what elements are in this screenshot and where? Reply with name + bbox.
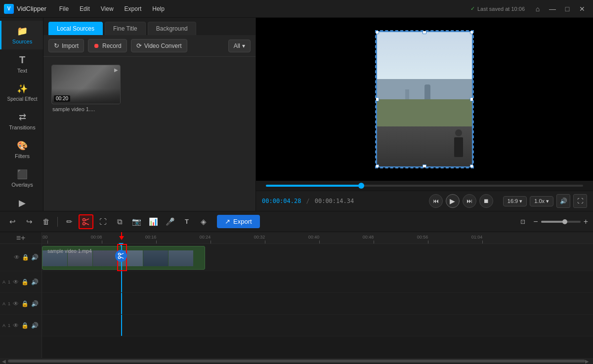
window-controls: ⌂ — □ ✕ [531, 2, 589, 16]
scroll-right-button[interactable]: ▶ [585, 359, 591, 364]
stop-button[interactable]: ⏹ [479, 194, 493, 208]
lock-icon-text[interactable]: 🔒 [21, 279, 29, 285]
handle-right-mid[interactable] [470, 97, 474, 101]
timeline-tracks: sample video 1.mp4 [42, 244, 593, 336]
text-track-label: T A 1 👁 🔒 🔊 [0, 271, 42, 292]
zoom-button[interactable]: 1.0x ▾ [530, 196, 553, 206]
speaker-icon[interactable]: 🔊 [31, 254, 39, 261]
handle-top-right[interactable] [470, 30, 474, 34]
sidebar-item-animations[interactable]: ▶ Animations [0, 193, 43, 211]
lock-icon-audio2[interactable]: 🔒 [21, 322, 29, 329]
handle-top-left[interactable] [375, 30, 379, 34]
fullscreen-button[interactable]: ⛶ [573, 194, 587, 208]
handle-bottom-right[interactable] [470, 164, 474, 168]
menu-help[interactable]: Help [147, 3, 169, 14]
record-button[interactable]: ⏺ Record [88, 39, 127, 52]
seekbar-container [256, 181, 593, 191]
main-track-label: 👁 🔒 🔊 [0, 244, 42, 271]
play-button[interactable]: ▶ [446, 194, 460, 208]
speaker-icon-audio2[interactable]: 🔊 [31, 322, 39, 329]
video-convert-button[interactable]: ⟳ Video Convert [131, 39, 187, 52]
audio-track-1[interactable] [42, 293, 593, 315]
step-forward-button[interactable]: ⏭ [463, 194, 476, 208]
sidebar-item-text[interactable]: T Text [0, 49, 43, 79]
sidebar-item-special-effect[interactable]: ✨ Special Effect [0, 79, 43, 107]
tab-local-sources[interactable]: Local Sources [48, 22, 103, 35]
close-button[interactable]: ✕ [575, 2, 589, 16]
menu-edit[interactable]: Edit [75, 3, 95, 14]
edit-button[interactable]: ✏ [62, 214, 77, 229]
sidebar-item-transitions[interactable]: ⇄ Transitions [0, 107, 43, 135]
panel-toolbar: ↻ Import ⏺ Record ⟳ Video Convert All ▾ [43, 35, 255, 57]
text-track[interactable] [42, 271, 593, 293]
eye-icon-text[interactable]: 👁 [13, 279, 19, 285]
handle-bottom-mid[interactable] [423, 164, 426, 168]
zoom-out-button[interactable]: − [533, 217, 538, 226]
zoom-slider-thumb[interactable] [562, 219, 567, 224]
import-button[interactable]: ↻ Import [48, 39, 84, 52]
chart-button[interactable]: 📊 [146, 214, 161, 229]
delete-button[interactable]: 🗑 [39, 214, 53, 229]
video-frame [375, 30, 474, 168]
eye-icon[interactable]: 👁 [14, 254, 20, 261]
menu-view[interactable]: View [96, 3, 119, 14]
playhead-audio1 [121, 293, 122, 314]
aspect-ratio-button[interactable]: 16:9 ▾ [503, 196, 527, 206]
transitions-icon: ⇄ [19, 112, 26, 122]
export-button[interactable]: ↗ Export [217, 215, 260, 228]
redo-button[interactable]: ↪ [22, 214, 37, 229]
handle-top-mid[interactable] [423, 30, 426, 34]
speaker-icon-audio1[interactable]: 🔊 [31, 300, 39, 307]
bottom-area: ↩ ↪ 🗑 ✏ ⛶ ⧉ 📷 📊 🎤 T ◈ ↗ Export ⊡ − [0, 211, 593, 364]
handle-left-mid[interactable] [375, 97, 379, 101]
screenshot-button[interactable]: 📷 [129, 214, 144, 229]
handle-bottom-left[interactable] [375, 164, 379, 168]
scrollbar-thumb[interactable] [8, 360, 585, 363]
special-effect-icon: ✨ [17, 83, 28, 94]
audio-track-2[interactable] [42, 315, 593, 336]
menu-file[interactable]: File [54, 3, 74, 14]
lock-icon-audio1[interactable]: 🔒 [21, 300, 29, 307]
seekbar[interactable] [266, 185, 583, 187]
audio-button[interactable]: 🎤 [163, 214, 177, 229]
scroll-left-button[interactable]: ◀ [2, 359, 8, 364]
subtitle-button[interactable]: T [179, 214, 194, 229]
step-back-button[interactable]: ⏮ [429, 194, 443, 208]
main-video-track[interactable]: sample video 1.mp4 [42, 244, 593, 271]
svg-point-4 [118, 253, 120, 255]
volume-button[interactable]: 🔊 [556, 194, 570, 208]
home-button[interactable]: ⌂ [531, 2, 545, 16]
seekbar-fill [266, 185, 361, 187]
zoom-in-button[interactable]: + [584, 217, 588, 226]
split-button[interactable] [79, 214, 93, 229]
ruler-mark: 00:56 [423, 235, 434, 243]
tab-background[interactable]: Background [148, 22, 196, 35]
playback-controls: ⏮ ▶ ⏭ ⏹ [429, 194, 493, 208]
lock-icon[interactable]: 🔒 [22, 254, 29, 261]
copy-button[interactable]: ⧉ [112, 214, 127, 229]
logo-icon: V [4, 4, 14, 14]
sidebar-item-filters[interactable]: 🎨 Filters [0, 135, 43, 164]
eye-icon-audio2[interactable]: 👁 [13, 322, 19, 329]
menu-export[interactable]: Export [120, 3, 147, 14]
zoom-slider[interactable] [541, 221, 581, 223]
seekbar-thumb[interactable] [358, 183, 364, 189]
zoom-controls: ⊡ − + [515, 214, 588, 229]
add-track-button[interactable]: ≡+ [16, 234, 26, 243]
undo-button[interactable]: ↩ [5, 214, 20, 229]
sidebar-item-sources[interactable]: 📁 Sources [0, 21, 43, 49]
fit-button[interactable]: ⊡ [515, 214, 530, 229]
crop-button[interactable]: ⛶ [95, 214, 110, 229]
effect-button[interactable]: ◈ [196, 214, 211, 229]
minimize-button[interactable]: — [546, 2, 559, 16]
tab-fine-title[interactable]: Fine Title [105, 22, 146, 35]
horizontal-scrollbar[interactable]: ◀ ▶ [0, 358, 593, 364]
eye-icon-audio1[interactable]: 👁 [13, 300, 19, 307]
panel-content: 00:20 ▶ sample video 1.... [43, 57, 255, 211]
filter-select[interactable]: All ▾ [228, 40, 251, 52]
list-item[interactable]: 00:20 ▶ sample video 1.... [51, 65, 121, 112]
sidebar-item-overlays[interactable]: ⬛ Overlays [0, 164, 43, 193]
maximize-button[interactable]: □ [560, 2, 574, 16]
save-status: ✓ Last saved at 10:06 [470, 5, 525, 12]
speaker-icon-text[interactable]: 🔊 [31, 279, 39, 285]
